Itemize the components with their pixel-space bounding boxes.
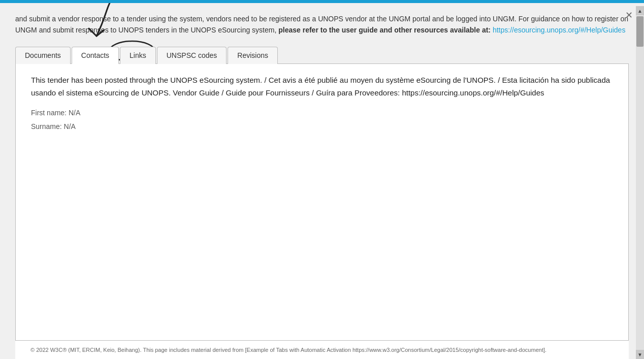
tab-links[interactable]: Links bbox=[120, 47, 156, 64]
close-button[interactable]: ✕ bbox=[623, 9, 635, 21]
scroll-down-arrow[interactable]: ▼ bbox=[636, 350, 644, 359]
tab-revisions[interactable]: Revisions bbox=[228, 47, 278, 64]
contacts-panel: This tender has been posted through the … bbox=[16, 64, 628, 340]
modal-container: ✕ ▲ ▼ and submit a vendor response to a … bbox=[0, 0, 644, 359]
surname-label: Surname: bbox=[31, 122, 62, 130]
outer-wrapper: ✕ ▲ ▼ and submit a vendor response to a … bbox=[0, 3, 644, 359]
scroll-up-arrow[interactable]: ▲ bbox=[636, 6, 644, 15]
contact-main-text: This tender has been posted through the … bbox=[31, 74, 613, 100]
surname-field: Surname: N/A bbox=[31, 121, 613, 132]
tab-contacts[interactable]: Contacts bbox=[72, 47, 119, 64]
help-guides-link[interactable]: https://esourcing.unops.org/#/Help/Guide… bbox=[493, 26, 626, 34]
tabs-container: Documents Contacts Links UNSPSC codes Re… bbox=[15, 46, 629, 63]
intro-text: and submit a vendor response to a tender… bbox=[15, 13, 629, 36]
tab-unspsc-codes[interactable]: UNSPSC codes bbox=[157, 47, 227, 64]
scrollbar-thumb[interactable] bbox=[636, 16, 643, 47]
tab-panel-wrapper: This tender has been posted through the … bbox=[15, 63, 629, 341]
intro-bold: please refer to the user guide and other… bbox=[278, 26, 491, 34]
right-scrollbar[interactable]: ▲ ▼ bbox=[636, 6, 644, 359]
tab-documents[interactable]: Documents bbox=[15, 47, 71, 64]
first-name-label: First name: bbox=[31, 109, 67, 117]
main-area: and submit a vendor response to a tender… bbox=[0, 3, 644, 359]
footer-text: © 2022 W3C® (MIT, ERCIM, Keio, Beihang).… bbox=[15, 341, 629, 359]
first-name-field: First name: N/A bbox=[31, 107, 613, 118]
